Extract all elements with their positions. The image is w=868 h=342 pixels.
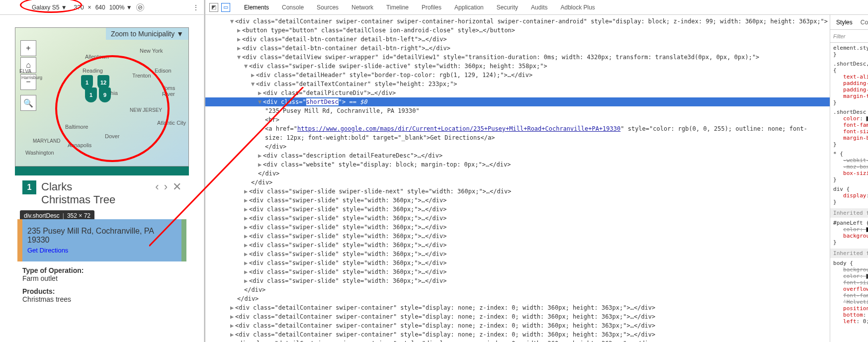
device-mode-icon[interactable]: ▭ — [221, 3, 230, 12]
detail-panel: 1 ClarksChristmas Tree ‹ › ✕ div.shortDe… — [15, 175, 189, 313]
more-icon[interactable]: ⋮ — [193, 4, 199, 11]
tab-security[interactable]: Security — [492, 2, 523, 13]
rotate-icon[interactable]: ⊘ — [135, 2, 145, 12]
styles-panel: Styles Computed Event Listeners DOM Brea… — [830, 15, 868, 342]
operation-value: Farm outlet — [22, 274, 181, 282]
tab-application[interactable]: Application — [449, 2, 489, 13]
device-zoom[interactable]: 100% ▼ — [109, 4, 132, 11]
devtools-tabs: ◩ ▭ Elements Console Sources Network Tim… — [205, 0, 868, 15]
map-footer-bar — [15, 167, 189, 175]
device-preview-panel: Galaxy S5 ▼ 3?0 × 640 100% ▼ ⊘ ⋮ Zoom to… — [0, 0, 204, 342]
products-label: Products: — [22, 287, 181, 295]
get-directions-link[interactable]: Get Directions — [27, 247, 68, 254]
tab-network[interactable]: Network — [347, 2, 378, 13]
tab-elements[interactable]: Elements — [239, 2, 274, 13]
device-height[interactable]: 640 — [95, 4, 105, 11]
annotation-ellipse-map — [55, 55, 170, 162]
tab-console[interactable]: Console — [277, 2, 309, 13]
tab-timeline[interactable]: Timeline — [381, 2, 414, 13]
zoom-in-button[interactable]: + — [20, 40, 36, 56]
short-desc-highlight[interactable]: 235 Pusey Mill Rd, Cochranville, PA 1933… — [22, 219, 181, 261]
result-number: 1 — [22, 180, 36, 194]
next-button[interactable]: › — [164, 180, 168, 193]
tab-audits[interactable]: Audits — [526, 2, 552, 13]
tab-sources[interactable]: Sources — [312, 2, 344, 13]
tab-profiles[interactable]: Profiles — [417, 2, 446, 13]
zoom-municipality-dropdown[interactable]: Zoom to Municipality ▼ — [106, 28, 188, 40]
operation-label: Type of Operation: — [22, 266, 181, 274]
selected-element-line: ▼<div class="shortDesc"> == $0 — [205, 97, 830, 106]
styles-filter-input[interactable]: Filter — [833, 33, 868, 39]
devtools-panel: ◩ ▭ Elements Console Sources Network Tim… — [204, 0, 868, 342]
styles-tab-computed[interactable]: Computed — [858, 17, 868, 28]
prev-button[interactable]: ‹ — [155, 180, 159, 193]
map[interactable]: Zoom to Municipality ▼ + ⌂ − 🔍 New York … — [15, 27, 189, 167]
products-value: Christmas trees — [22, 295, 181, 303]
elements-tree[interactable]: ▼<div class="detailContainer swiper-cont… — [205, 15, 830, 342]
address-text: 235 Pusey Mill Rd, Cochranville, PA 1933… — [27, 227, 176, 245]
inspect-icon[interactable]: ◩ — [209, 3, 218, 12]
styles-tab-styles[interactable]: Styles — [833, 17, 856, 28]
tab-adblock[interactable]: Adblock Plus — [555, 2, 600, 13]
close-button[interactable]: ✕ — [173, 180, 181, 193]
search-button[interactable]: 🔍 — [20, 95, 36, 111]
styles-rules[interactable]: element.style {} .shortDesc, .detailFeat… — [830, 43, 868, 342]
